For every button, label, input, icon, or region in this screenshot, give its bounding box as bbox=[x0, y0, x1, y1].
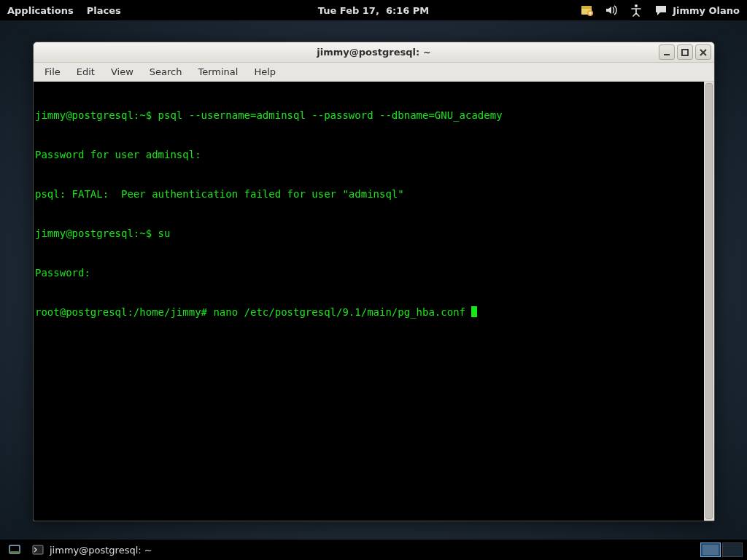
scrollbar-thumb[interactable] bbox=[705, 83, 713, 519]
top-panel-left: Applications Places bbox=[7, 5, 134, 16]
svg-rect-7 bbox=[33, 545, 43, 554]
terminal-cursor bbox=[471, 306, 477, 317]
menu-file[interactable]: File bbox=[38, 64, 67, 79]
terminal-viewport[interactable]: jimmy@postgresql:~$ psql --username=admi… bbox=[34, 82, 714, 521]
menu-view[interactable]: View bbox=[104, 64, 140, 79]
update-notifier-icon[interactable] bbox=[579, 3, 594, 18]
terminal-window: jimmy@postgresql: ~ File Edit View Searc… bbox=[33, 42, 715, 521]
show-desktop-button[interactable] bbox=[4, 541, 25, 559]
menu-search[interactable]: Search bbox=[143, 64, 189, 79]
top-panel-tray: Jimmy Olano bbox=[579, 3, 740, 18]
window-titlebar[interactable]: jimmy@postgresql: ~ bbox=[34, 42, 714, 63]
window-menubar: File Edit View Search Terminal Help bbox=[34, 63, 714, 82]
menu-edit[interactable]: Edit bbox=[70, 64, 101, 79]
terminal-line: jimmy@postgresql:~$ psql --username=admi… bbox=[35, 109, 713, 122]
terminal-line: jimmy@postgresql:~$ su bbox=[35, 227, 713, 240]
top-panel: Applications Places Tue Feb 17, 6:16 PM … bbox=[0, 0, 747, 20]
terminal-scrollbar[interactable] bbox=[704, 82, 714, 521]
svg-point-3 bbox=[635, 4, 638, 7]
taskbar-item-terminal[interactable]: jimmy@postgresql: ~ bbox=[28, 541, 160, 559]
svg-rect-1 bbox=[581, 6, 592, 9]
workspace-2[interactable] bbox=[722, 542, 743, 557]
accessibility-icon[interactable] bbox=[629, 3, 643, 18]
terminal-line: root@postgresql:/home/jimmy# nano /etc/p… bbox=[35, 306, 713, 319]
menu-places[interactable]: Places bbox=[87, 5, 121, 16]
bottom-panel: jimmy@postgresql: ~ bbox=[0, 540, 747, 560]
terminal-line: psql: FATAL: Peer authentication failed … bbox=[35, 187, 713, 201]
svg-rect-4 bbox=[682, 50, 688, 55]
volume-icon[interactable] bbox=[604, 3, 619, 18]
panel-clock[interactable]: Tue Feb 17, 6:16 PM bbox=[318, 5, 429, 16]
menu-terminal[interactable]: Terminal bbox=[191, 64, 244, 79]
terminal-line: Password for user adminsql: bbox=[35, 148, 713, 161]
terminal-line: Password: bbox=[35, 266, 713, 279]
user-menu[interactable]: Jimmy Olano bbox=[654, 3, 740, 18]
menu-help[interactable]: Help bbox=[247, 64, 282, 79]
show-desktop-icon bbox=[9, 544, 20, 556]
user-name-label: Jimmy Olano bbox=[673, 5, 740, 16]
menu-applications[interactable]: Applications bbox=[7, 5, 74, 16]
window-title: jimmy@postgresql: ~ bbox=[34, 47, 714, 58]
workspace-1[interactable] bbox=[700, 542, 721, 557]
svg-rect-6 bbox=[9, 551, 20, 553]
maximize-button[interactable] bbox=[677, 44, 693, 60]
terminal-icon bbox=[32, 544, 44, 556]
workspace-switcher bbox=[699, 541, 744, 559]
close-button[interactable] bbox=[695, 44, 711, 60]
minimize-button[interactable] bbox=[659, 44, 675, 60]
window-controls bbox=[659, 44, 711, 60]
taskbar-item-label: jimmy@postgresql: ~ bbox=[50, 545, 152, 556]
chat-status-icon bbox=[654, 3, 668, 18]
